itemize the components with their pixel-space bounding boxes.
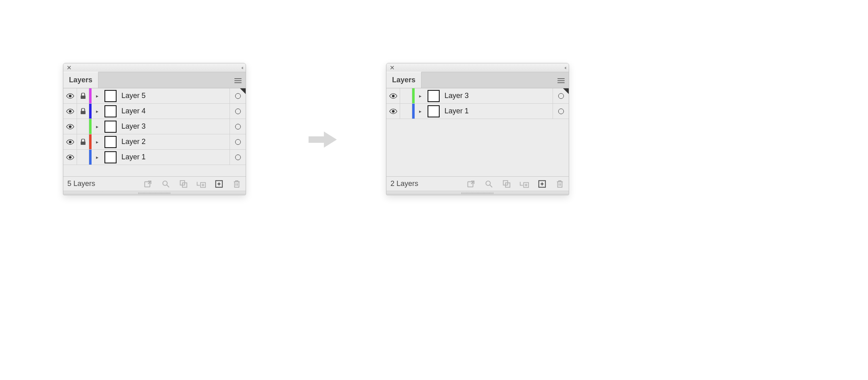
layer-thumbnail[interactable] bbox=[425, 88, 442, 103]
layer-row[interactable]: ▸ Layer 1 bbox=[386, 104, 569, 119]
layer-count-label: 5 Layers bbox=[67, 180, 95, 188]
visibility-toggle[interactable] bbox=[386, 104, 400, 119]
collapse-icon[interactable]: ‹‹ bbox=[564, 65, 565, 71]
visibility-toggle[interactable] bbox=[63, 150, 77, 165]
trash-icon[interactable] bbox=[555, 179, 565, 189]
search-icon[interactable] bbox=[161, 179, 171, 189]
panel-footer: 2 Layers bbox=[386, 176, 569, 191]
lock-toggle[interactable] bbox=[77, 88, 89, 103]
lock-toggle[interactable] bbox=[77, 104, 89, 119]
new-sublayer-icon[interactable] bbox=[196, 179, 206, 189]
resize-handle[interactable] bbox=[386, 191, 569, 195]
resize-handle[interactable] bbox=[63, 191, 246, 195]
visibility-toggle[interactable] bbox=[63, 88, 77, 103]
layer-color-indicator bbox=[89, 150, 92, 165]
panel-titlebar[interactable]: ✕ ‹‹ bbox=[63, 63, 246, 72]
svg-point-4 bbox=[69, 125, 71, 127]
svg-point-16 bbox=[392, 110, 394, 112]
layer-name[interactable]: Layer 5 bbox=[119, 88, 230, 103]
layer-name[interactable]: Layer 3 bbox=[442, 88, 553, 103]
collapse-icon[interactable]: ‹‹ bbox=[241, 65, 242, 71]
svg-rect-6 bbox=[81, 142, 86, 145]
eye-icon bbox=[389, 109, 397, 114]
export-icon[interactable] bbox=[143, 179, 153, 189]
disclosure-toggle[interactable]: ▸ bbox=[92, 119, 102, 134]
layers-panel-before: ✕ ‹‹ Layers ▸ Layer 5 bbox=[63, 63, 246, 195]
panel-menu-icon[interactable] bbox=[234, 77, 242, 84]
close-icon[interactable]: ✕ bbox=[67, 65, 72, 71]
arrow-right-icon bbox=[307, 127, 339, 153]
trash-icon[interactable] bbox=[232, 179, 242, 189]
search-icon[interactable] bbox=[484, 179, 494, 189]
disclosure-toggle[interactable]: ▸ bbox=[92, 88, 102, 103]
disclosure-toggle[interactable]: ▸ bbox=[415, 104, 425, 119]
layer-color-indicator bbox=[89, 104, 92, 119]
panel-menu-icon[interactable] bbox=[557, 77, 565, 84]
layer-row[interactable]: ▸ Layer 2 bbox=[63, 134, 246, 150]
close-icon[interactable]: ✕ bbox=[390, 65, 395, 71]
options-corner-icon[interactable] bbox=[240, 88, 246, 94]
visibility-toggle[interactable] bbox=[386, 88, 400, 103]
layer-row[interactable]: ▸ Layer 3 bbox=[386, 88, 569, 104]
layer-row[interactable]: ▸ Layer 1 bbox=[63, 150, 246, 165]
svg-point-18 bbox=[486, 181, 490, 185]
layer-row[interactable]: ▸ Layer 5 bbox=[63, 88, 246, 104]
svg-point-9 bbox=[163, 181, 167, 185]
layer-count-label: 2 Layers bbox=[390, 180, 418, 188]
target-selector[interactable] bbox=[230, 104, 246, 119]
lock-icon bbox=[80, 139, 86, 145]
disclosure-toggle[interactable]: ▸ bbox=[92, 134, 102, 149]
eye-icon bbox=[66, 109, 74, 114]
layer-name[interactable]: Layer 2 bbox=[119, 134, 230, 149]
new-layer-icon[interactable] bbox=[537, 179, 547, 189]
visibility-toggle[interactable] bbox=[63, 104, 77, 119]
target-selector[interactable] bbox=[230, 119, 246, 134]
disclosure-toggle[interactable]: ▸ bbox=[92, 104, 102, 119]
layer-name[interactable]: Layer 4 bbox=[119, 104, 230, 119]
target-circle-icon bbox=[235, 109, 241, 114]
svg-point-5 bbox=[69, 141, 71, 143]
target-circle-icon bbox=[235, 124, 241, 129]
panel-titlebar[interactable]: ✕ ‹‹ bbox=[386, 63, 569, 72]
eye-icon bbox=[66, 93, 74, 99]
layer-name[interactable]: Layer 3 bbox=[119, 119, 230, 134]
new-layer-icon[interactable] bbox=[214, 179, 224, 189]
visibility-toggle[interactable] bbox=[63, 134, 77, 149]
layer-thumbnail[interactable] bbox=[102, 150, 119, 165]
lock-toggle[interactable] bbox=[400, 88, 412, 103]
svg-rect-3 bbox=[81, 111, 86, 114]
layer-thumbnail[interactable] bbox=[425, 104, 442, 119]
target-circle-icon bbox=[235, 139, 241, 145]
layer-thumbnail[interactable] bbox=[102, 119, 119, 134]
clipping-mask-icon[interactable] bbox=[502, 179, 511, 189]
eye-icon bbox=[66, 155, 74, 160]
layer-thumbnail[interactable] bbox=[102, 104, 119, 119]
disclosure-toggle[interactable]: ▸ bbox=[92, 150, 102, 165]
export-icon[interactable] bbox=[466, 179, 476, 189]
options-corner-icon[interactable] bbox=[563, 88, 569, 94]
layer-row[interactable]: ▸ Layer 3 bbox=[63, 119, 246, 134]
svg-rect-23 bbox=[558, 182, 562, 187]
layer-row[interactable]: ▸ Layer 4 bbox=[63, 104, 246, 119]
lock-toggle[interactable] bbox=[400, 104, 412, 119]
disclosure-toggle[interactable]: ▸ bbox=[415, 88, 425, 103]
target-selector[interactable] bbox=[230, 134, 246, 149]
lock-toggle[interactable] bbox=[77, 150, 89, 165]
svg-rect-14 bbox=[235, 182, 239, 187]
tab-layers[interactable]: Layers bbox=[386, 72, 421, 88]
lock-toggle[interactable] bbox=[77, 119, 89, 134]
tab-layers[interactable]: Layers bbox=[63, 72, 98, 88]
tab-bar: Layers bbox=[63, 72, 246, 88]
lock-toggle[interactable] bbox=[77, 134, 89, 149]
target-selector[interactable] bbox=[553, 104, 569, 119]
clipping-mask-icon[interactable] bbox=[179, 179, 188, 189]
layer-thumbnail[interactable] bbox=[102, 134, 119, 149]
visibility-toggle[interactable] bbox=[63, 119, 77, 134]
layer-color-indicator bbox=[412, 88, 415, 103]
layer-name[interactable]: Layer 1 bbox=[442, 104, 553, 119]
new-sublayer-icon[interactable] bbox=[520, 179, 529, 189]
layer-thumbnail[interactable] bbox=[102, 88, 119, 103]
layer-name[interactable]: Layer 1 bbox=[119, 150, 230, 165]
target-selector[interactable] bbox=[230, 150, 246, 165]
layer-list: ▸ Layer 5 ▸ Layer 4 ▸ L bbox=[63, 88, 246, 176]
